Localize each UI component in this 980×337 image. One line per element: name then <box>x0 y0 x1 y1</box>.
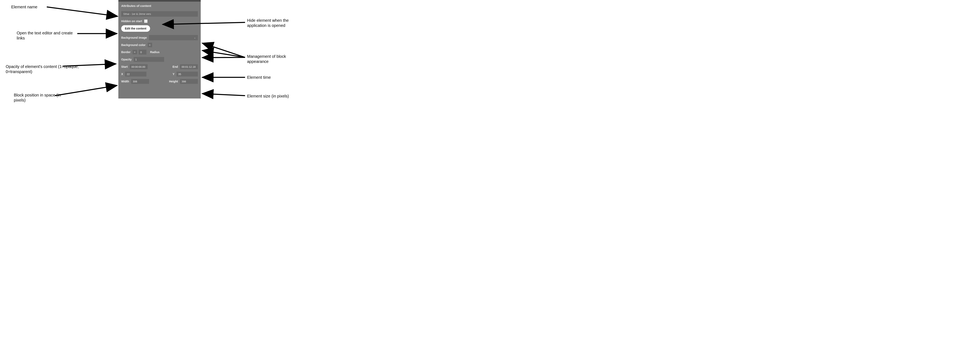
radius-label: Radius <box>150 51 160 54</box>
width-input[interactable] <box>131 79 149 84</box>
annotation-hide-element: Hide element when the application is ope… <box>247 18 308 28</box>
bg-image-label: Background image <box>121 36 147 39</box>
size-row: Width Height <box>121 79 198 84</box>
x-label: X <box>121 72 123 76</box>
annotation-block-position: Block position in space (in pixels) <box>14 93 67 103</box>
annotation-open-editor: Open the text editor and create links <box>17 30 78 41</box>
y-label: Y <box>173 72 175 76</box>
chevron-down-icon: ⌄ <box>194 36 196 39</box>
bg-image-row: Background image ⌄ <box>121 35 198 40</box>
attributes-panel: Attributes of content Hidden on start Ed… <box>118 0 201 99</box>
annotation-opacity: Opacity of element's content (1=opaque; … <box>6 64 95 74</box>
hidden-on-start-row: Hidden on start <box>121 19 198 23</box>
opacity-input[interactable] <box>134 57 164 62</box>
bg-image-select[interactable]: ⌄ <box>149 35 198 40</box>
annotation-element-time: Element time <box>247 75 271 80</box>
hidden-on-start-label: Hidden on start <box>121 19 142 23</box>
y-input[interactable] <box>177 72 198 77</box>
width-label: Width <box>121 80 129 83</box>
edit-content-button[interactable]: Edit the content <box>121 25 150 32</box>
panel-body: Hidden on start Edit the content Backgro… <box>118 11 201 84</box>
border-row: Border ✕ Radius <box>121 50 198 54</box>
svg-line-6 <box>202 43 245 57</box>
border-clear-button[interactable]: ✕ <box>133 50 137 54</box>
svg-line-7 <box>202 51 245 57</box>
svg-line-10 <box>202 94 245 96</box>
hidden-on-start-checkbox[interactable] <box>144 19 148 23</box>
end-time-input[interactable] <box>180 64 198 69</box>
bg-color-label: Background color <box>121 43 146 46</box>
start-time-input[interactable] <box>130 64 148 69</box>
bg-color-row: Background color ✕ <box>121 43 198 47</box>
start-label: Start <box>121 65 128 69</box>
xy-row: X Y <box>121 72 198 77</box>
annotation-block-appearance: Management of block appearance <box>247 54 308 64</box>
opacity-label: Opacity <box>121 58 132 61</box>
panel-title: Attributes of content <box>118 2 201 11</box>
opacity-row: Opacity <box>121 57 198 62</box>
svg-line-1 <box>47 7 118 16</box>
x-input[interactable] <box>125 72 146 77</box>
time-row: Start End <box>121 64 198 69</box>
annotation-element-name: Element name <box>11 5 37 10</box>
bg-color-clear-button[interactable]: ✕ <box>148 43 152 47</box>
end-label: End <box>173 65 178 69</box>
annotation-element-size: Element size (in pixels) <box>247 94 289 99</box>
element-name-input[interactable] <box>121 11 198 17</box>
height-input[interactable] <box>180 79 198 84</box>
border-label: Border <box>121 51 130 54</box>
height-label: Height <box>169 80 178 83</box>
border-value-input[interactable] <box>139 50 146 54</box>
